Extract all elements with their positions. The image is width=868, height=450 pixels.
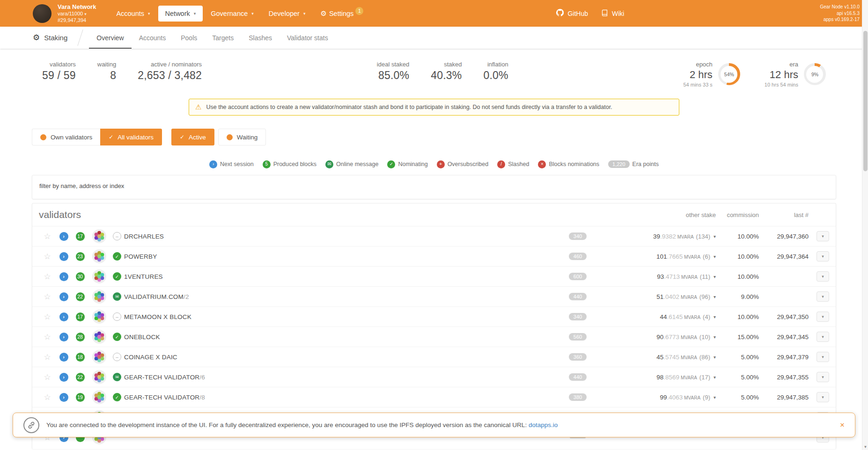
validator-name-suffix: /2 <box>184 293 189 300</box>
tab-overview[interactable]: Overview <box>89 27 131 49</box>
wiki-link[interactable]: Wiki <box>601 9 624 18</box>
message-icon: ✉ <box>325 160 333 168</box>
stake-unit: MVARA <box>681 375 697 380</box>
validator-name[interactable]: METAMOON X BLOCK <box>124 313 557 320</box>
row-expand-button[interactable]: ▾ <box>817 332 829 342</box>
chevron-down-icon: ▾ <box>303 11 306 16</box>
github-link[interactable]: GitHub <box>556 9 588 18</box>
row-expand-button[interactable]: ▾ <box>817 291 829 302</box>
validator-identicon[interactable] <box>88 249 110 263</box>
network-logo[interactable] <box>33 4 51 23</box>
stake-unit: MVARA <box>681 355 697 360</box>
validator-row: ☆ › 22 ✉ VALIDATRIUM.COM/2 440 51.0402MV… <box>32 286 836 306</box>
validator-row: ☆ › 23 ✓ POWERBY 460 101.7665MVARA(6)▾ 1… <box>32 246 836 266</box>
staking-tabs: Overview Accounts Pools Targets Slashes … <box>89 27 335 49</box>
row-expand-button[interactable]: ▾ <box>817 231 829 241</box>
timers-group: epoch 2 hrs 54 mins 33 s 54% era 12 hrs … <box>683 61 826 87</box>
section-label: Staking <box>44 34 67 42</box>
validator-identicon[interactable] <box>88 269 110 283</box>
scrollbar-thumb[interactable] <box>863 31 868 171</box>
favorite-star-icon[interactable]: ☆ <box>44 372 51 382</box>
validator-name[interactable]: COINAGE X DAIC <box>124 354 557 361</box>
validator-filter-input[interactable] <box>39 179 339 192</box>
menu-network[interactable]: Network▾ <box>158 6 203 22</box>
validator-name[interactable]: VALIDATRIUM.COM/2 <box>124 293 557 300</box>
filter-active[interactable]: ✓ Active <box>171 129 214 145</box>
blocks-nominations-icon: × <box>538 160 546 168</box>
breadcrumb-divider <box>72 29 83 46</box>
filter-all-validators[interactable]: ✓ All validators <box>100 129 162 145</box>
favorite-star-icon[interactable]: ☆ <box>44 292 51 302</box>
header-commission: commission <box>716 211 759 218</box>
favorite-star-icon[interactable]: ☆ <box>44 392 51 402</box>
tab-validator-stats[interactable]: Validator stats <box>280 27 336 49</box>
tab-accounts[interactable]: Accounts <box>132 27 174 49</box>
row-expand-button[interactable]: ▾ <box>817 392 829 402</box>
chevron-down-icon: ▾ <box>251 11 254 16</box>
menu-developer[interactable]: Developer▾ <box>262 6 313 22</box>
stat-ideal-staked: ideal staked 85.0% <box>377 61 409 82</box>
filter-own-validators[interactable]: Own validators <box>32 129 100 145</box>
validator-identicon[interactable] <box>88 350 110 364</box>
last-block-value: 29,947,385 <box>759 394 809 401</box>
favorite-star-icon[interactable]: ☆ <box>44 312 51 322</box>
last-block-value: 29,947,350 <box>759 313 809 320</box>
favorite-star-icon[interactable]: ☆ <box>44 232 51 241</box>
tab-targets[interactable]: Targets <box>205 27 241 49</box>
favorite-star-icon[interactable]: ☆ <box>44 272 51 282</box>
validator-identicon[interactable] <box>88 310 110 324</box>
produced-blocks-count: 18 <box>76 353 85 362</box>
validator-name[interactable]: 1VENTURES <box>124 273 557 280</box>
favorite-star-icon[interactable]: ☆ <box>44 252 51 261</box>
row-expand-button[interactable]: ▾ <box>817 352 829 362</box>
next-session-icon: › <box>59 353 68 362</box>
validator-name[interactable]: DRCHARLES <box>124 233 557 240</box>
tab-pools[interactable]: Pools <box>173 27 205 49</box>
menu-settings[interactable]: ⚙Settings1 <box>313 5 360 22</box>
validator-row: ☆ › 28 ✓ ONEBLOCK 560 90.6773MVARA(10)▾ … <box>32 327 836 347</box>
menu-governance[interactable]: Governance▾ <box>204 6 261 22</box>
row-expand-button[interactable]: ▾ <box>817 312 829 322</box>
row-expand-button[interactable]: ▾ <box>817 372 829 382</box>
tab-slashes[interactable]: Slashes <box>241 27 280 49</box>
validator-name[interactable]: ONEBLOCK <box>124 334 557 341</box>
close-icon[interactable]: × <box>840 421 845 430</box>
row-expand-button[interactable]: ▾ <box>817 251 829 261</box>
scroll-down-arrow[interactable]: ▼ <box>862 445 868 449</box>
main-menu: Accounts▾ Network▾ Governance▾ Developer… <box>109 5 360 22</box>
row-expand-button[interactable]: ▾ <box>817 271 829 282</box>
dotapps-link[interactable]: dotapps.io <box>529 421 558 428</box>
validator-name[interactable]: GEAR-TECH VALIDATOR/6 <box>124 374 557 381</box>
next-session-icon: › <box>59 252 68 261</box>
validator-identicon[interactable] <box>88 370 110 384</box>
favorite-star-icon[interactable]: ☆ <box>44 332 51 342</box>
commission-value: 10.00% <box>716 233 759 240</box>
validator-status-icon: ✉ <box>113 373 121 381</box>
era-points-badge: 360 <box>569 353 587 361</box>
chain-selector[interactable]: vara/11000▾ <box>58 11 96 17</box>
legend-slashed: / Slashed <box>497 160 529 168</box>
favorite-star-icon[interactable]: ☆ <box>44 352 51 362</box>
network-info: Vara Network vara/11000▾ #29,947,394 <box>58 3 96 24</box>
validator-identicon[interactable] <box>88 390 110 404</box>
nominator-count: (6) <box>703 253 710 260</box>
validator-identicon[interactable] <box>88 290 110 304</box>
next-session-icon: › <box>59 272 68 281</box>
validator-name[interactable]: GEAR-TECH VALIDATOR/8 <box>124 394 557 401</box>
last-block-value: 29,947,364 <box>759 253 809 260</box>
link-icon <box>23 417 39 433</box>
gear-icon: ⚙ <box>320 9 326 18</box>
menu-accounts[interactable]: Accounts▾ <box>109 6 157 22</box>
era-points-badge: 560 <box>569 333 587 341</box>
validator-identicon[interactable] <box>88 229 110 243</box>
validator-identicon[interactable] <box>88 330 110 344</box>
filter-waiting[interactable]: Waiting <box>218 129 266 145</box>
commission-value: 5.00% <box>716 354 759 361</box>
nominator-count: (134) <box>696 233 710 240</box>
header-last-block: last # <box>759 211 809 218</box>
era-timer: era 12 hrs 10 hrs 54 mins 9% <box>765 61 826 87</box>
other-stake-value: 101.7665MVARA(6)▾ <box>599 253 716 260</box>
warning-text: Use the account actions to create a new … <box>206 104 612 110</box>
validator-name[interactable]: POWERBY <box>124 253 557 260</box>
produced-blocks-count: 17 <box>76 312 85 321</box>
